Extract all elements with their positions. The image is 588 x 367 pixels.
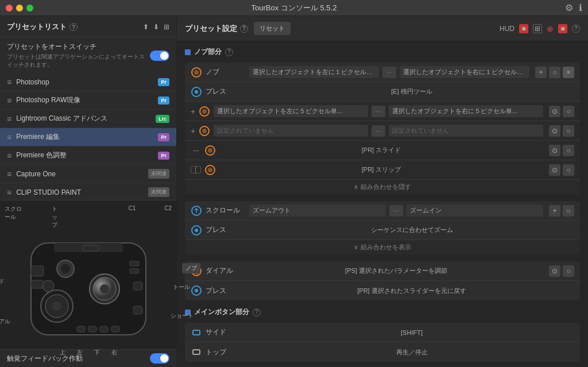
vibrate-button-2[interactable]: ⊙	[549, 125, 560, 137]
record-button-4[interactable]: ○	[563, 164, 574, 176]
top-action[interactable]: 再生／停止	[249, 348, 574, 357]
plus-ctrl-button[interactable]: +	[549, 205, 560, 217]
reset-button[interactable]: リセット	[254, 22, 291, 35]
slide-row: — [PR] スライド ⊙ ○	[185, 141, 580, 160]
scroll-press-action[interactable]: シーケンスに合わせてズーム	[249, 226, 574, 234]
record-button-3[interactable]: ○	[563, 145, 574, 156]
content-area: ノブ部分 ? ノブ 選択したオブジェクトを左に１ピクセル単... — 選択したオ…	[177, 41, 588, 367]
scroll-right-action[interactable]: ズームイン	[407, 204, 543, 217]
knob-section-help[interactable]: ?	[225, 48, 233, 56]
expand-scroll-row[interactable]: ∨ 組み合わせを表示	[185, 240, 580, 254]
slide-knob-icon	[204, 145, 216, 156]
preset-name: Lightroom Classic アドバンス	[16, 114, 151, 123]
scroll-label: スクロール	[5, 205, 23, 229]
preset-header-icons: ⬆ ⬇ ⊞	[143, 23, 169, 31]
list-item[interactable]: ≡ Photoshop RAW現像 Pr	[0, 91, 176, 110]
record-button-2[interactable]: ○	[563, 125, 574, 137]
svg-rect-9	[133, 282, 142, 290]
vibrate-button-1[interactable]: ⊙	[549, 106, 560, 117]
preset-name: CLIP STUDIO PAINT	[16, 188, 144, 196]
press-action-1[interactable]: [E] 楕円ツール	[249, 87, 574, 96]
svg-point-40	[195, 289, 198, 292]
menu-icon: ≡	[7, 114, 11, 123]
svg-rect-10	[133, 306, 142, 314]
auto-switch-row: プリセットをオートスイッチ プリセットは関連アプリケーションによってオートスイッ…	[0, 37, 176, 74]
svg-rect-3	[31, 280, 44, 288]
slide-action[interactable]: [PR] スライド	[219, 146, 543, 154]
close-button[interactable]: ×	[563, 67, 574, 78]
modifier-right-2[interactable]: 設定されていません	[389, 125, 543, 137]
svg-point-36	[195, 229, 198, 232]
knob-right-action[interactable]: 選択したオブジェクトを右に１ピクセル単...	[400, 66, 529, 78]
menu-icon: ≡	[7, 151, 11, 160]
scroll-left-action[interactable]: ズームアウト	[249, 204, 386, 217]
collapse-knob-row[interactable]: ∧ 組み合わせを隠す	[185, 180, 580, 194]
modifier-left-1[interactable]: 選択したオブジェクトを左に５ピクセル単...	[214, 105, 368, 117]
auto-switch-toggle[interactable]	[150, 51, 169, 61]
main-section-help[interactable]: ?	[253, 308, 261, 316]
preset-badge: Pr	[158, 133, 169, 141]
main-layout: プリセットリスト ? ⬆ ⬇ ⊞ プリセットをオートスイッチ プリセットは関連ア…	[0, 16, 588, 367]
hud-grid-icon[interactable]: ⊞	[533, 24, 542, 33]
side-action[interactable]: [SHIFT]	[249, 329, 574, 336]
press-icon	[191, 86, 202, 98]
close-button[interactable]	[6, 5, 13, 11]
scroll-section: スクロール ズームアウト — ズームイン + ○	[185, 201, 580, 254]
vibrate-button-4[interactable]: ⊙	[549, 164, 560, 176]
preset-list-header: プリセットリスト ? ⬆ ⬇ ⊞	[0, 16, 176, 37]
preset-settings-help-icon[interactable]: ?	[240, 25, 248, 33]
minimize-button[interactable]	[16, 5, 23, 11]
plus-icon-1: +	[191, 107, 195, 116]
svg-rect-20	[100, 326, 108, 332]
svg-rect-18	[77, 326, 85, 332]
dial-press-action[interactable]: [PR] 選択されたスライダーを元に戻す	[249, 287, 574, 295]
list-item[interactable]: ≡ Capture One 未関連	[0, 165, 176, 183]
press-row-1: プレス [E] 楕円ツール	[185, 82, 580, 102]
hud-dot-red2[interactable]: ■	[558, 24, 567, 33]
scroll-function-group: スクロール ズームアウト — ズームイン + ○	[185, 201, 580, 254]
list-item[interactable]: ≡ Premiere 色調整 Pr	[0, 146, 176, 165]
preset-name: Premiere 色調整	[16, 150, 153, 160]
minus-button[interactable]: +	[535, 67, 547, 78]
info-icon[interactable]: ℹ	[579, 2, 582, 13]
vibrate-dial-button[interactable]: ⊙	[549, 265, 560, 277]
slip-action[interactable]: [PR] スリップ	[219, 165, 543, 174]
svg-rect-19	[88, 326, 96, 332]
list-item[interactable]: ≡ Lightroom Classic アドバンス Lrc	[0, 110, 176, 128]
vibrate-button-3[interactable]: ⊙	[549, 145, 560, 156]
export-icon[interactable]: ⬆	[143, 23, 149, 31]
modifier-left-2[interactable]: 設定されていません	[214, 125, 368, 137]
record-scroll-button[interactable]: ○	[563, 205, 574, 217]
svg-rect-41	[193, 330, 200, 335]
maximize-button[interactable]	[26, 5, 33, 11]
list-item[interactable]: ≡ CLIP STUDIO PAINT 未関連	[0, 183, 176, 200]
list-item[interactable]: ≡ Premiere 編集 Pr	[0, 128, 176, 146]
hud-dot-red[interactable]: ■	[519, 24, 528, 33]
hud-cross-icon[interactable]: ⊕	[547, 24, 554, 33]
preset-badge: 未関連	[148, 187, 169, 197]
preset-badge: Pr	[158, 96, 169, 105]
record-dial-button[interactable]: ○	[563, 265, 574, 277]
preset-name: Premiere 編集	[16, 132, 153, 142]
dash-modifier: —	[191, 147, 201, 153]
svg-point-5	[61, 264, 70, 273]
add-preset-icon[interactable]: ⊞	[164, 23, 169, 31]
top-label: トップ	[52, 205, 63, 229]
import-icon[interactable]: ⬇	[153, 23, 159, 31]
hud-help-icon[interactable]: ?	[572, 25, 580, 33]
knob-left-action[interactable]: 選択したオブジェクトを左に１ピクセル単...	[249, 66, 379, 78]
record-button[interactable]: ○	[549, 67, 560, 78]
chevron-down-icon: ∨	[354, 244, 358, 251]
side-row: サイド [SHIFT]	[185, 323, 580, 342]
settings-icon[interactable]: ⚙	[565, 2, 573, 13]
knob-label: ノブ	[206, 67, 246, 77]
feedback-toggle[interactable]	[150, 353, 169, 364]
modifier-right-1[interactable]: 選択したオブジェクトを右に５ピクセル単...	[389, 105, 543, 117]
preset-list-help-icon[interactable]: ?	[69, 23, 78, 31]
side-label-row: サイド	[206, 327, 246, 337]
list-item[interactable]: ≡ Photoshop Pr	[0, 74, 176, 91]
dial-action[interactable]: [PS] 選択されたパラメーターを調節	[249, 266, 543, 275]
modifier-knob-icon-1	[199, 106, 210, 117]
record-button-1[interactable]: ○	[563, 106, 574, 117]
main-section: メインボタン部分 ? サイド [SHIFT]	[185, 307, 580, 362]
